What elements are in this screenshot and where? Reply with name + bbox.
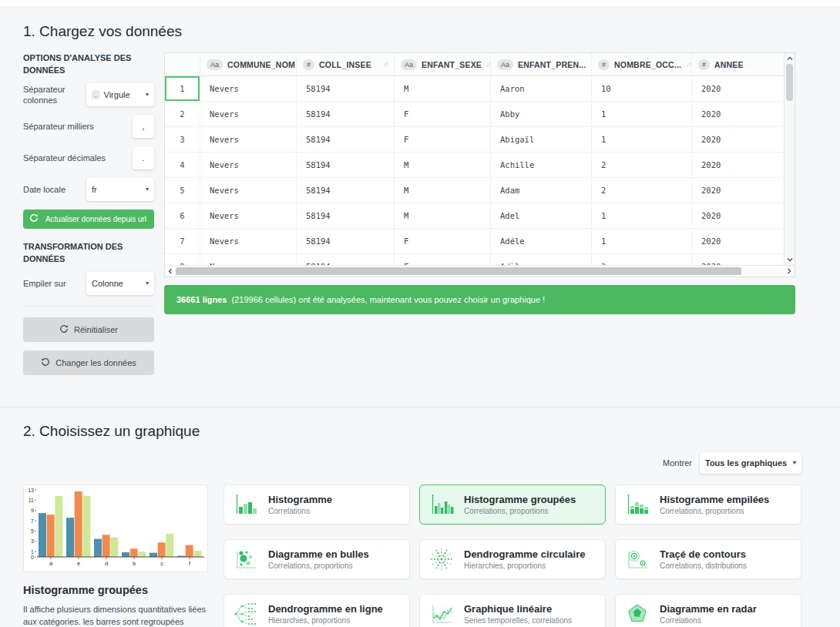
show-filter-select[interactable]: Tous les graphiques ▾	[700, 452, 801, 474]
panel-divider	[23, 306, 154, 307]
row-number[interactable]: 7	[165, 229, 200, 254]
table-row: 7Nevers58194FAdéle12020	[165, 229, 784, 254]
table-cell: Abby	[491, 102, 592, 127]
stack-on-select[interactable]: Colonne ▾	[86, 272, 154, 295]
table-cell: M	[395, 153, 491, 178]
chart-card-text: Diagramme en bullesCorrelations, proport…	[268, 548, 369, 570]
vertical-scrollbar[interactable]	[784, 53, 795, 265]
chart-card-bubble-chart[interactable]: Diagramme en bullesCorrelations, proport…	[223, 539, 410, 579]
chart-card-subtitle: Hierarchies, proportions	[268, 616, 383, 625]
column-header-nombre-occ[interactable]: #NOMBRE_OCC...↓↑	[592, 53, 692, 76]
column-name: ENFANT_SEXE	[422, 60, 482, 69]
undo-icon	[41, 357, 50, 368]
svg-text:d: d	[105, 560, 108, 567]
chart-card-subtitle: Correlations, proportions	[268, 562, 369, 570]
svg-text:9: 9	[31, 508, 34, 513]
refresh-url-label: Actualiser données depuis url	[44, 214, 148, 224]
chart-card-subtitle: Correlations, proportions	[464, 507, 576, 515]
column-header-enfant-sexe[interactable]: AaENFANT_SEXE↓↑	[395, 53, 491, 76]
success-message: 36661 lignes (219966 cellules) ont été a…	[164, 285, 795, 314]
horizontal-scrollbar[interactable]	[165, 265, 795, 277]
sep-thousands-input[interactable]	[133, 115, 154, 138]
stack-on-label: Empiler sur	[23, 278, 86, 289]
table-cell: Nevers	[200, 203, 297, 229]
load-data-section: 1. Chargez vos données OPTIONS D'ANALYSE…	[0, 8, 840, 384]
chart-card-title: Traçé de contours	[660, 548, 747, 560]
column-name: COMMUNE_NOM	[227, 60, 295, 69]
chart-card-grouped-histogram[interactable]: Histogramme groupéesCorrelations, propor…	[419, 484, 606, 525]
table-cell: 58194	[297, 127, 395, 153]
choose-chart-section: 2. Choisissez un graphique Montrer Tous …	[0, 407, 840, 627]
chart-card-line-chart[interactable]: Graphique linéaireSeries temporelles, co…	[419, 594, 606, 627]
svg-text:f: f	[189, 560, 191, 567]
chart-card-text: Traçé de contoursCorrelations, distribut…	[660, 548, 747, 570]
table-cell: 2020	[692, 102, 784, 127]
success-rows-count: 36661 lignes	[176, 295, 227, 304]
reset-label: Réinitialiser	[74, 325, 118, 334]
svg-text:b: b	[133, 560, 136, 567]
change-data-button[interactable]: Changer les données	[23, 350, 154, 375]
sep-thousands-label: Séparateur milliers	[23, 121, 133, 132]
table-row: 3Nevers58194FAbigaïl12020	[165, 127, 784, 153]
section2-title: 2. Choisissez un graphique	[23, 423, 801, 440]
chart-card-contour-plot[interactable]: Traçé de contoursCorrelations, distribut…	[615, 539, 801, 579]
scroll-up-icon[interactable]	[785, 55, 795, 62]
refresh-url-button[interactable]: Actualiser données depuis url	[23, 210, 154, 229]
chart-card-radar-chart[interactable]: Diagramme en radarCorrelations	[615, 594, 801, 627]
chevron-down-icon: ▾	[146, 280, 149, 287]
reset-button[interactable]: Réinitialiser	[23, 317, 154, 342]
row-number[interactable]: 6	[165, 203, 200, 229]
scroll-right-icon[interactable]	[784, 268, 795, 274]
svg-text:7: 7	[31, 518, 34, 523]
options-heading: OPTIONS D'ANALYSE DES DONNÉES	[23, 52, 154, 77]
column-header-annee[interactable]: #ANNEE	[692, 53, 784, 76]
sort-icon[interactable]: ↓↑	[383, 61, 388, 68]
column-header-coll-insee[interactable]: #COLL_INSEE↓↑	[297, 53, 395, 76]
scroll-left-icon[interactable]	[165, 268, 176, 274]
sep-columns-select[interactable]: , Virgule ▾	[86, 83, 154, 106]
chart-card-circular-dendrogram[interactable]: Dendrogramme circulaireHierarchies, prop…	[419, 539, 606, 579]
sep-decimals-input[interactable]	[133, 146, 154, 169]
column-type-badge: Aa	[207, 59, 223, 70]
sort-icon[interactable]: ↓↑	[686, 61, 690, 68]
table-cell: 2020	[692, 229, 784, 254]
row-number[interactable]: 2	[165, 102, 200, 127]
chart-card-title: Dendrogramme circulaire	[464, 548, 586, 560]
column-header-commune-nom[interactable]: AaCOMMUNE_NOM↓↑	[200, 53, 297, 76]
top-strip	[0, 0, 840, 8]
column-name: COLL_INSEE	[319, 60, 371, 69]
column-type-badge: #	[598, 59, 610, 70]
date-locale-select[interactable]: fr ▾	[86, 178, 154, 201]
table-cell: Nevers	[200, 153, 297, 178]
row-number[interactable]: 4	[165, 153, 200, 178]
column-header-enfant-pren[interactable]: AaENFANT_PREN...↓↑	[491, 53, 592, 76]
table-cell: Achille	[491, 153, 592, 178]
table-cell: 58194	[297, 76, 395, 102]
vertical-scroll-thumb[interactable]	[786, 64, 793, 101]
table-cell: 1	[592, 229, 692, 254]
row-number[interactable]: 3	[165, 127, 200, 153]
horizontal-scroll-thumb[interactable]	[176, 267, 741, 275]
table-cell: 2020	[692, 178, 784, 203]
table-cell: 58194	[297, 102, 395, 127]
chart-preview-panel: 0135791113aedbcf Histogramme groupées Il…	[23, 484, 208, 627]
svg-text:1: 1	[31, 549, 34, 555]
row-number[interactable]: 1	[165, 76, 200, 102]
table-cell: Nevers	[200, 76, 297, 102]
chart-card-stacked-histogram[interactable]: Histogramme empiléesCorrelations, propor…	[615, 484, 801, 525]
horizontal-scroll-track[interactable]	[176, 266, 784, 277]
chart-card-linear-dendrogram[interactable]: Dendrogramme en ligneHierarchies, propor…	[223, 594, 410, 627]
chart-card-title: Histogramme empilées	[660, 494, 769, 505]
chart-card-histogram[interactable]: HistogrammeCorrelations	[223, 484, 410, 525]
table-cell: 2020	[692, 203, 784, 229]
date-locale-label: Date locale	[23, 184, 86, 195]
chart-card-text: Dendrogramme circulaireHierarchies, prop…	[464, 548, 586, 570]
column-name: NOMBRE_OCC...	[614, 60, 681, 69]
chart-card-title: Dendrogramme en ligne	[268, 603, 383, 615]
sep-decimals-label: Séparateur décimales	[23, 153, 133, 163]
scroll-down-icon[interactable]	[785, 256, 795, 263]
svg-text:5: 5	[31, 528, 34, 534]
row-number[interactable]: 5	[165, 178, 200, 203]
refresh-icon	[29, 213, 39, 225]
bubble-chart-icon	[232, 545, 260, 573]
